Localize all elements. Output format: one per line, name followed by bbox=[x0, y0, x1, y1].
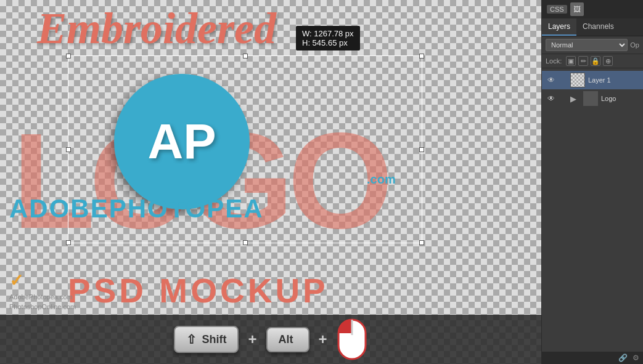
shift-key-button[interactable]: ⇧ Shift bbox=[174, 326, 239, 353]
shortcuts-bar: ⇧ Shift + Alt + bbox=[0, 315, 541, 364]
canvas-area: Embroidered LOGO AP ADOBEPHOTOPEA .com P… bbox=[0, 0, 541, 364]
lock-position-icon[interactable]: ✏ bbox=[578, 56, 588, 66]
panel-icon: 🖼 bbox=[570, 2, 584, 16]
layer-name-logo: Logo bbox=[601, 95, 639, 102]
alt-label: Alt bbox=[279, 333, 293, 346]
visibility-icon-logo[interactable]: 👁 bbox=[546, 94, 557, 103]
css-badge: CSS bbox=[547, 5, 567, 14]
lock-transparency-icon[interactable]: ⊕ bbox=[603, 56, 613, 66]
mouse-icon-container bbox=[337, 318, 367, 361]
chain-icon-layer1 bbox=[560, 76, 567, 84]
layer-thumbnail-layer1 bbox=[570, 73, 585, 87]
visibility-icon-layer1[interactable]: 👁 bbox=[546, 76, 557, 84]
panel-link-icon: 🔗 bbox=[618, 354, 628, 362]
shift-arrow-icon: ⇧ bbox=[186, 332, 197, 347]
brand-logo-icon: ✓ bbox=[9, 269, 76, 293]
blend-mode-select[interactable]: Normal Dissolve Multiply Screen Overlay bbox=[546, 39, 628, 51]
panel-settings-icon: ⚙ bbox=[633, 354, 639, 362]
opacity-label: Op bbox=[630, 41, 639, 49]
lock-row: Lock: ▣ ✏ 🔒 ⊕ bbox=[542, 54, 643, 68]
lock-pixels-icon[interactable]: ▣ bbox=[566, 56, 576, 66]
plus-sign-2: + bbox=[319, 331, 327, 348]
branding-area: ✓ AdobePhotopea.com PhotoshopOnline.com bbox=[9, 269, 76, 312]
lock-all-icon[interactable]: 🔒 bbox=[591, 56, 600, 66]
folder-icon-logo: ▶ bbox=[570, 94, 580, 103]
mouse-icon bbox=[337, 318, 367, 361]
layer-thumbnail-logo bbox=[583, 91, 598, 106]
panel-top-bar: CSS 🖼 bbox=[542, 0, 643, 18]
psd-mockup-text: PSD MOCKUP bbox=[68, 271, 329, 310]
blend-mode-row: Normal Dissolve Multiply Screen Overlay … bbox=[542, 36, 643, 54]
shift-label: Shift bbox=[202, 333, 226, 346]
com-text: .com bbox=[367, 172, 396, 187]
canvas-background: Embroidered LOGO AP ADOBEPHOTOPEA .com P… bbox=[0, 0, 541, 364]
ap-text: AP bbox=[147, 113, 216, 170]
tab-channels[interactable]: Channels bbox=[576, 18, 620, 36]
brand-site2: PhotoshopOnline.com bbox=[9, 302, 76, 312]
layers-list: 👁 Layer 1 👁 ▶ Logo bbox=[542, 68, 643, 352]
layer-item-layer1[interactable]: 👁 Layer 1 bbox=[542, 71, 643, 89]
embroidered-text: Embroidered bbox=[37, 3, 276, 54]
layer-item-logo[interactable]: 👁 ▶ Logo bbox=[542, 89, 643, 108]
brand-site1: AdobePhotopea.com bbox=[9, 293, 76, 302]
adobe-photopea-text: ADOBEPHOTOPEA bbox=[9, 194, 264, 224]
alt-key-button[interactable]: Alt bbox=[266, 327, 309, 352]
chain-icon-logo bbox=[560, 94, 567, 103]
panel-bottom-bar: 🔗 ⚙ bbox=[542, 352, 643, 364]
plus-sign-1: + bbox=[248, 331, 256, 348]
panel-tabs: Layers Channels bbox=[542, 18, 643, 36]
logo-design: Embroidered LOGO AP ADOBEPHOTOPEA .com P… bbox=[0, 0, 541, 364]
layer-name-layer1: Layer 1 bbox=[588, 76, 639, 84]
right-panel: CSS 🖼 Layers Channels Normal Dissolve Mu… bbox=[541, 0, 643, 364]
lock-label: Lock: bbox=[546, 57, 562, 65]
ap-circle: AP bbox=[114, 74, 250, 209]
tab-layers[interactable]: Layers bbox=[542, 18, 576, 36]
